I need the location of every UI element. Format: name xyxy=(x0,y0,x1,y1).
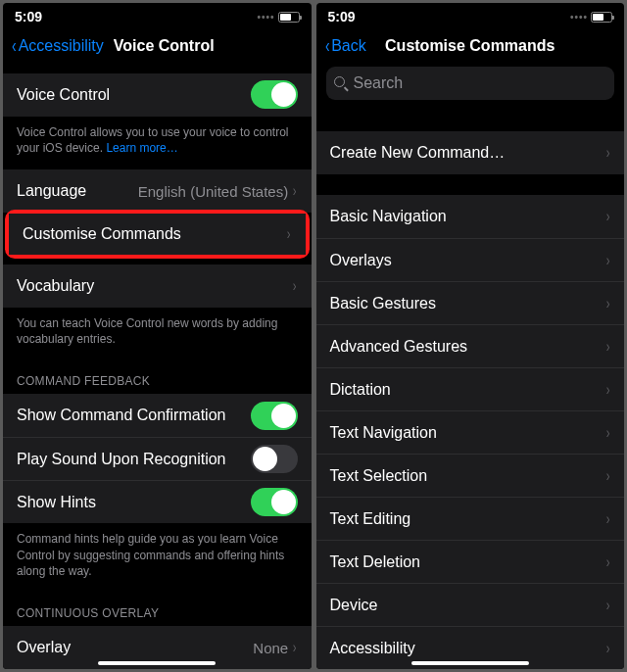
chevron-right-icon: › xyxy=(605,640,609,657)
chevron-right-icon: › xyxy=(287,225,291,243)
nav-bar: ‹ Back Customise Commands xyxy=(316,30,625,67)
status-bar: 5:09 •••• xyxy=(3,3,312,30)
battery-icon xyxy=(278,12,300,23)
row-label: Device xyxy=(330,597,605,614)
row-label: Vocabulary xyxy=(17,277,292,295)
category-row[interactable]: Text Selection› xyxy=(316,454,625,497)
row-label: Show Command Confirmation xyxy=(17,407,251,424)
row-value: English (United States) xyxy=(138,183,288,200)
language-row[interactable]: Language English (United States) › xyxy=(3,169,312,213)
category-row[interactable]: Text Deletion› xyxy=(316,540,625,583)
back-button[interactable]: ‹ Back xyxy=(324,34,366,57)
chevron-right-icon: › xyxy=(605,208,609,225)
chevron-right-icon: › xyxy=(605,467,609,485)
chevron-right-icon: › xyxy=(605,295,609,312)
row-label: Create New Command… xyxy=(330,144,605,162)
search-icon xyxy=(334,76,348,90)
home-indicator[interactable] xyxy=(411,661,529,665)
continuous-overlay-header: CONTINUOUS OVERLAY xyxy=(3,593,312,626)
signal-dots: •••• xyxy=(257,12,274,23)
status-bar: 5:09 •••• xyxy=(316,3,625,30)
row-label: Play Sound Upon Recognition xyxy=(17,451,251,468)
row-label: Text Editing xyxy=(330,510,605,528)
category-row[interactable]: Device› xyxy=(316,583,625,626)
chevron-left-icon: ‹ xyxy=(12,34,17,57)
row-label: Customise Commands xyxy=(23,225,286,243)
vocabulary-row[interactable]: Vocabulary › xyxy=(3,264,312,308)
row-label: Basic Navigation xyxy=(330,208,605,225)
category-row[interactable]: Text Navigation› xyxy=(316,410,625,454)
row-label: Text Selection xyxy=(330,467,605,485)
chevron-right-icon: › xyxy=(605,252,609,269)
command-feedback-header: COMMAND FEEDBACK xyxy=(3,360,312,394)
row-label: Show Hints xyxy=(17,494,251,511)
vocabulary-description: You can teach Voice Control new words by… xyxy=(3,308,312,360)
row-label: Dictation xyxy=(330,381,605,399)
search-placeholder: Search xyxy=(354,74,404,92)
home-indicator[interactable] xyxy=(98,661,216,665)
status-time: 5:09 xyxy=(15,9,42,24)
chevron-right-icon: › xyxy=(605,597,609,614)
right-screen: 5:09 •••• ‹ Back Customise Commands Sear… xyxy=(316,3,625,669)
row-label: Basic Gestures xyxy=(330,295,605,312)
status-time: 5:09 xyxy=(328,9,356,24)
back-button[interactable]: ‹ Accessibility xyxy=(11,34,104,57)
row-value: None xyxy=(253,640,288,656)
row-label: Text Navigation xyxy=(330,424,605,442)
row-label: Advanced Gestures xyxy=(330,338,605,356)
page-title: Voice Control xyxy=(114,37,215,55)
toggle-switch[interactable] xyxy=(251,445,298,473)
toggle-switch[interactable] xyxy=(251,488,298,516)
chevron-right-icon: › xyxy=(605,338,609,356)
row-label: Accessibility xyxy=(330,640,605,657)
row-label: Voice Control xyxy=(17,86,251,104)
show-hints-row[interactable]: Show Hints xyxy=(3,480,312,523)
row-label: Language xyxy=(17,182,138,200)
toggle-switch[interactable] xyxy=(251,402,298,430)
category-row[interactable]: Overlays› xyxy=(316,238,625,281)
create-new-command-row[interactable]: Create New Command… › xyxy=(316,131,625,174)
chevron-right-icon: › xyxy=(605,510,609,528)
back-label: Back xyxy=(331,37,366,55)
row-label: Text Deletion xyxy=(330,553,605,571)
battery-icon xyxy=(591,12,612,23)
chevron-right-icon: › xyxy=(293,639,297,656)
nav-bar: ‹ Accessibility Voice Control xyxy=(3,30,312,67)
category-row[interactable]: Text Editing› xyxy=(316,497,625,540)
category-row[interactable]: Advanced Gestures› xyxy=(316,324,625,367)
toggle-switch[interactable] xyxy=(251,80,298,109)
chevron-right-icon: › xyxy=(293,182,297,200)
left-screen: 5:09 •••• ‹ Accessibility Voice Control … xyxy=(3,3,312,669)
chevron-right-icon: › xyxy=(605,144,609,162)
category-row[interactable]: Basic Navigation› xyxy=(316,195,625,238)
play-sound-row[interactable]: Play Sound Upon Recognition xyxy=(3,437,312,480)
hints-description: Command hints help guide you as you lear… xyxy=(3,523,312,593)
chevron-left-icon: ‹ xyxy=(325,34,330,57)
voice-control-toggle-row[interactable]: Voice Control xyxy=(3,73,312,117)
show-confirmation-row[interactable]: Show Command Confirmation xyxy=(3,394,312,437)
chevron-right-icon: › xyxy=(605,553,609,571)
chevron-right-icon: › xyxy=(293,277,297,295)
voice-control-description: Voice Control allows you to use your voi… xyxy=(3,117,312,169)
customise-commands-highlight: Customise Commands › xyxy=(5,210,310,259)
category-row[interactable]: Dictation› xyxy=(316,367,625,410)
chevron-right-icon: › xyxy=(605,424,609,442)
row-label: Overlays xyxy=(330,252,605,269)
back-label: Accessibility xyxy=(19,37,104,55)
learn-more-link[interactable]: Learn more… xyxy=(106,141,177,155)
row-label: Overlay xyxy=(17,639,253,656)
customise-commands-row[interactable]: Customise Commands › xyxy=(9,214,306,255)
chevron-right-icon: › xyxy=(605,381,609,399)
category-row[interactable]: Basic Gestures› xyxy=(316,281,625,324)
search-input[interactable]: Search xyxy=(326,67,615,100)
signal-dots: •••• xyxy=(570,12,588,23)
